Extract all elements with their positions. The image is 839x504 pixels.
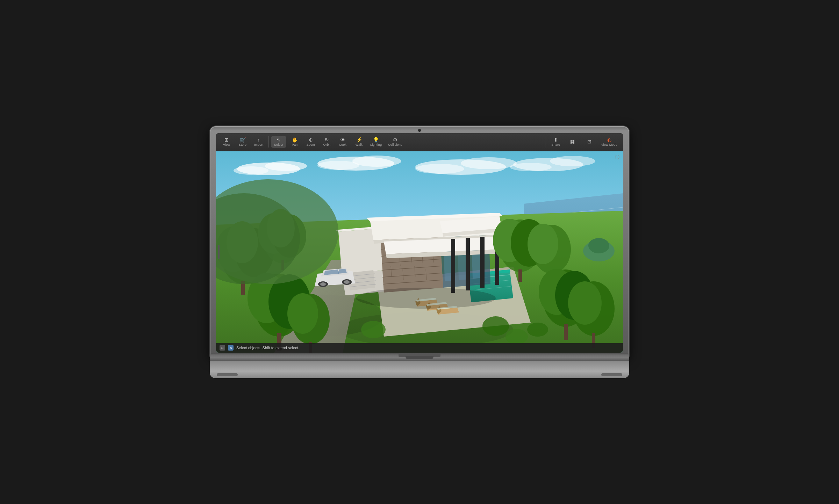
zoom-icon: ⊕ [309,137,313,142]
toolbar-separator-right [545,136,545,147]
share-label: Share [551,143,560,146]
svg-point-114 [287,293,318,334]
svg-point-3 [234,166,268,175]
viewport[interactable]: ⓘ ⊡ ⌘ Select objects. Shift to extend se… [216,151,623,353]
floor_plan-icon: ▦ [570,139,575,144]
laptop-hinge-area [210,354,629,361]
status-message: Select objects. Shift to extend select. [236,346,299,350]
tool-look[interactable]: 👁Look [335,136,351,148]
tool-floor_plan[interactable]: ▦ [565,138,580,146]
view_mode-label: View Mode [601,143,617,146]
svg-point-12 [510,163,552,171]
svg-point-5 [352,156,401,167]
svg-rect-71 [451,239,455,293]
svg-point-124 [482,316,509,336]
status-shortcut-icon: ⌘ [228,345,234,351]
toolbar: ⊞View🛒Store↑Import↖Select✋Pan⊕Zoom↻Orbit… [216,133,623,151]
laptop-frame: ⊞View🛒Store↑Import↖Select✋Pan⊕Zoom↻Orbit… [210,126,629,378]
views-icon: ⊡ [587,139,591,144]
svg-point-126 [527,323,548,337]
svg-point-8 [461,157,517,169]
view-icon: ⊞ [224,137,229,142]
walk-label: Walk [356,143,363,146]
laptop-foot-left [217,373,238,376]
sidebar-handle[interactable] [218,245,220,259]
view-label: View [223,143,230,146]
store-icon: 🛒 [240,137,246,142]
walk-icon: ⚡ [356,137,362,142]
svg-point-2 [265,161,307,171]
tool-store[interactable]: 🛒Store [235,136,250,148]
svg-rect-72 [466,238,470,290]
tool-collisions[interactable]: ⚙Collisions [385,136,405,148]
share-icon: ⬆ [554,137,558,142]
3d-scene-svg [216,151,623,353]
tool-select[interactable]: ↖Select [271,136,286,148]
svg-rect-119 [564,324,568,340]
info-icon[interactable]: ⓘ [615,154,619,160]
svg-point-131 [356,288,496,309]
status-bar: ⊡ ⌘ Select objects. Shift to extend sele… [216,343,623,353]
pan-label: Pan [292,143,298,146]
lighting-icon: 💡 [373,137,379,142]
view_mode-icon: ◐ [607,137,611,142]
svg-point-91 [344,280,350,284]
scene-container [216,151,623,353]
laptop-base [210,354,629,378]
screen-bezel: ⊞View🛒Store↑Import↖Select✋Pan⊕Zoom↻Orbit… [216,133,623,353]
import-label: Import [254,143,264,146]
svg-point-123 [361,321,386,338]
pan-icon: ✋ [292,137,298,142]
look-icon: 👁 [340,137,345,142]
toolbar-right: ⬆Share▦⊡◐View Mode [544,133,620,151]
lighting-label: Lighting [370,143,382,146]
app-window: ⊞View🛒Store↑Import↖Select✋Pan⊕Zoom↻Orbit… [216,133,623,353]
tool-orbit[interactable]: ↻Orbit [319,136,335,148]
svg-rect-105 [518,269,522,282]
tool-import[interactable]: ↑Import [251,136,266,148]
import-icon: ↑ [258,137,260,142]
svg-point-107 [528,224,558,264]
laptop-hinge [399,354,440,357]
orbit-icon: ↻ [325,137,329,142]
svg-point-121 [568,281,602,325]
select-icon: ↖ [277,137,281,142]
tool-pan[interactable]: ✋Pan [287,136,302,148]
svg-point-9 [415,164,464,174]
svg-point-130 [588,238,609,253]
tool-view[interactable]: ⊞View [219,136,234,148]
tool-views[interactable]: ⊡ [582,138,597,146]
svg-point-90 [320,282,326,286]
orbit-label: Orbit [323,143,331,146]
tool-zoom[interactable]: ⊕Zoom [303,136,318,148]
laptop-bottom [210,361,629,378]
svg-point-6 [317,161,359,170]
collisions-icon: ⚙ [393,137,397,142]
zoom-label: Zoom [307,143,315,146]
tool-view_mode[interactable]: ◐View Mode [598,136,620,148]
tool-lighting[interactable]: 💡Lighting [367,136,385,148]
tool-share[interactable]: ⬆Share [548,136,564,148]
camera [418,129,421,132]
select-label: Select [274,143,283,146]
collisions-label: Collisions [388,143,402,146]
laptop-foot-right [601,373,622,376]
toolbar-left: ⊞View🛒Store↑Import↖Select✋Pan⊕Zoom↻Orbit… [219,136,405,148]
svg-point-11 [550,156,595,166]
svg-rect-73 [480,237,485,288]
store-label: Store [239,143,247,146]
look-label: Look [339,143,346,146]
svg-point-125 [505,329,528,344]
toolbar-separator-1 [268,136,269,147]
laptop-lid: ⊞View🛒Store↑Import↖Select✋Pan⊕Zoom↻Orbit… [210,126,629,357]
status-mode-icon: ⊡ [220,345,225,351]
tool-walk[interactable]: ⚡Walk [351,136,367,148]
